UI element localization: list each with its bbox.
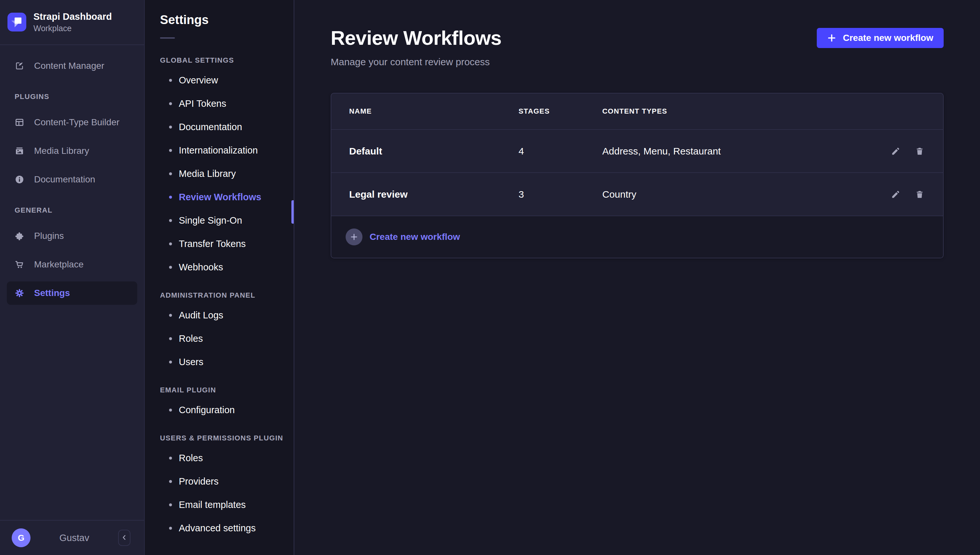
bullet-icon: [169, 480, 172, 483]
workflow-name: Default: [349, 146, 519, 157]
edit-workflow-button[interactable]: [890, 189, 901, 200]
bullet-icon: [169, 361, 172, 364]
nav-item-label: Marketplace: [34, 259, 84, 270]
workflow-content-types: Address, Menu, Restaurant: [602, 146, 855, 157]
subnav-item-email-templates[interactable]: Email templates: [160, 493, 294, 517]
row-actions: [855, 146, 925, 157]
workspace-switcher[interactable]: Strapi Dashboard Workplace: [0, 0, 144, 45]
layout-grid-icon: [14, 117, 24, 127]
bullet-icon: [169, 504, 172, 506]
footer-create-workflow-label: Create new workflow: [370, 232, 460, 242]
column-header-content-types: CONTENT TYPES: [602, 107, 855, 115]
subnav-item-up-roles[interactable]: Roles: [160, 446, 294, 470]
delete-workflow-button[interactable]: [914, 146, 925, 157]
table-header-row: NAME STAGES CONTENT TYPES: [331, 93, 943, 129]
subnav-item-single-sign-on[interactable]: Single Sign-On: [160, 209, 294, 232]
subnav-section-title: EMAIL PLUGIN: [160, 386, 294, 395]
subnav-item-api-tokens[interactable]: API Tokens: [160, 92, 294, 115]
table-row[interactable]: Legal review 3 Country: [331, 172, 943, 215]
bullet-icon: [169, 149, 172, 152]
subnav-item-audit-logs[interactable]: Audit Logs: [160, 303, 294, 327]
table-footer-create-workflow[interactable]: Create new workflow: [331, 215, 943, 258]
collapse-sidebar-button[interactable]: [118, 530, 130, 546]
subnav-item-providers[interactable]: Providers: [160, 470, 294, 493]
nav-item-content-manager[interactable]: Content Manager: [7, 54, 137, 77]
nav-item-label: Settings: [34, 288, 70, 298]
workspace-title: Strapi Dashboard: [34, 11, 112, 22]
subnav-item-admin-roles[interactable]: Roles: [160, 327, 294, 350]
column-header-name: NAME: [349, 107, 519, 115]
subnav-section-global-settings: GLOBAL SETTINGS Overview API Tokens Docu…: [160, 56, 294, 279]
nav-item-marketplace[interactable]: Marketplace: [7, 253, 137, 276]
plus-circle-icon: [346, 228, 362, 245]
bullet-icon: [169, 457, 172, 460]
workflow-stages: 4: [519, 146, 602, 157]
workflow-name: Legal review: [349, 189, 519, 200]
subnav-item-users[interactable]: Users: [160, 350, 294, 374]
bullet-icon: [169, 409, 172, 412]
bullet-icon: [169, 266, 172, 269]
nav-item-label: Media Library: [34, 146, 89, 156]
table-row[interactable]: Default 4 Address, Menu, Restaurant: [331, 129, 943, 172]
page-subtitle: Manage your content review process: [331, 56, 501, 67]
create-workflow-button[interactable]: Create new workflow: [817, 28, 944, 48]
trash-icon: [915, 189, 924, 199]
bullet-icon: [169, 337, 172, 340]
chevron-left-icon: [120, 533, 128, 543]
nav-item-media-library[interactable]: Media Library: [7, 139, 137, 163]
subnav-divider: [160, 37, 175, 38]
subnav-section-title: ADMINISTRATION PANEL: [160, 291, 294, 300]
page-header-text: Review Workflows Manage your content rev…: [331, 27, 501, 67]
subnav-section-title: GLOBAL SETTINGS: [160, 56, 294, 64]
subnav-item-overview[interactable]: Overview: [160, 69, 294, 92]
workflow-content-types: Country: [602, 189, 855, 200]
subnav-section-users-permissions: USERS & PERMISSIONS PLUGIN Roles Provide…: [160, 434, 294, 540]
username: Gustav: [30, 533, 118, 543]
nav-item-documentation[interactable]: Documentation: [7, 168, 137, 191]
main-content: Review Workflows Manage your content rev…: [294, 0, 980, 555]
subnav-item-media-library[interactable]: Media Library: [160, 162, 294, 185]
subnav-item-advanced-settings[interactable]: Advanced settings: [160, 517, 294, 540]
bullet-icon: [169, 102, 172, 105]
trash-icon: [915, 146, 924, 156]
bullet-icon: [169, 196, 172, 199]
puzzle-icon: [14, 231, 24, 241]
image-icon: [14, 146, 24, 156]
avatar[interactable]: G: [12, 528, 30, 547]
brand-text: Strapi Dashboard Workplace: [34, 11, 112, 34]
cart-icon: [14, 260, 24, 269]
column-header-stages: STAGES: [519, 107, 602, 115]
nav-item-content-type-builder[interactable]: Content-Type Builder: [7, 111, 137, 134]
pencil-icon: [891, 146, 900, 156]
create-workflow-button-label: Create new workflow: [843, 33, 933, 43]
nav-item-settings[interactable]: Settings: [7, 281, 137, 305]
strapi-logo-icon: [8, 13, 26, 32]
nav-item-label: Content Manager: [34, 61, 104, 71]
edit-workflow-button[interactable]: [890, 146, 901, 157]
subnav-section-administration-panel: ADMINISTRATION PANEL Audit Logs Roles Us…: [160, 291, 294, 374]
gear-icon: [14, 288, 24, 298]
subnav-section-email-plugin: EMAIL PLUGIN Configuration: [160, 386, 294, 422]
pencil-icon: [891, 189, 900, 199]
subnav-item-review-workflows[interactable]: Review Workflows: [160, 185, 294, 209]
content-manager-icon: [14, 61, 24, 71]
workflow-stages: 3: [519, 189, 602, 200]
page-title: Review Workflows: [331, 27, 501, 49]
plus-icon: [827, 34, 836, 43]
subnav-item-transfer-tokens[interactable]: Transfer Tokens: [160, 232, 294, 255]
workflows-table-card: NAME STAGES CONTENT TYPES Default 4 Addr…: [331, 93, 944, 258]
main-sidebar: Strapi Dashboard Workplace Content Manag…: [0, 0, 145, 555]
bullet-icon: [169, 126, 172, 128]
subnav-item-email-configuration[interactable]: Configuration: [160, 398, 294, 422]
subnav-section-title: USERS & PERMISSIONS PLUGIN: [160, 434, 294, 443]
delete-workflow-button[interactable]: [914, 189, 925, 200]
nav-item-plugins[interactable]: Plugins: [7, 224, 137, 248]
bullet-icon: [169, 219, 172, 222]
bullet-icon: [169, 527, 172, 530]
nav-item-label: Content-Type Builder: [34, 117, 119, 128]
row-actions: [855, 189, 925, 200]
subnav-item-internationalization[interactable]: Internationalization: [160, 139, 294, 162]
subnav-item-documentation[interactable]: Documentation: [160, 115, 294, 139]
subnav-item-webhooks[interactable]: Webhooks: [160, 255, 294, 279]
info-circle-icon: [14, 175, 24, 184]
